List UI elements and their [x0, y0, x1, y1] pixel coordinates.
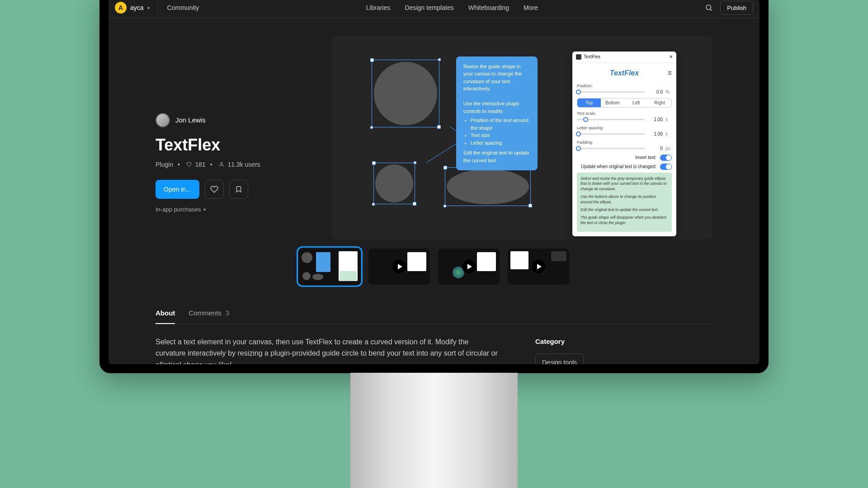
padding-value: 0 [647, 146, 663, 151]
plugin-description: Select a text element in your canvas, th… [156, 336, 499, 364]
thumbnail-2[interactable] [368, 249, 430, 285]
like-button[interactable] [205, 180, 224, 199]
position-value: 0.0 [647, 89, 663, 94]
category-tag[interactable]: Design tools [535, 353, 584, 364]
tab-comments[interactable]: Comments 3 [189, 303, 229, 324]
padding-slider[interactable] [577, 148, 645, 149]
user-name: ayca [130, 4, 144, 11]
invert-label: Invert text: [635, 155, 656, 160]
plugin-window: TextFlex ✕ TextFlex ☰ Position: [572, 52, 676, 236]
update-label: Update when original text is changed: [581, 164, 656, 169]
svg-point-0 [706, 5, 711, 10]
position-label: Position: [577, 84, 672, 88]
bookmark-button[interactable] [229, 180, 248, 199]
svg-point-2 [221, 162, 222, 164]
position-tabs: Top Bottom Left Right [577, 98, 672, 108]
thumbnail-3[interactable] [438, 249, 500, 285]
menu-icon[interactable]: ☰ [668, 70, 672, 75]
plugin-tip: Select and resize the gray temporary gui… [577, 173, 672, 232]
chevron-down-icon: ▾ [147, 5, 150, 10]
hero-preview: Resize the guide shape in your canvas to… [332, 36, 712, 239]
topbar: A ayca ▾ Community Libraries Design temp… [108, 0, 760, 18]
author-name: Jon Lewis [175, 116, 206, 124]
chevron-down-icon: ▾ [203, 207, 206, 212]
padding-label: Padding: [577, 140, 672, 145]
thumbnail-strip [156, 249, 712, 285]
publish-button[interactable]: Publish [720, 1, 753, 15]
spacing-value: 1.00 [647, 131, 663, 136]
category-label: Category [535, 336, 653, 347]
play-icon [462, 260, 476, 273]
plugin-window-title: TextFlex [584, 54, 600, 59]
nav-whiteboarding[interactable]: Whiteboarding [468, 4, 509, 11]
thumbnail-1[interactable] [299, 249, 360, 285]
meta-users: 11.3k users [210, 161, 260, 168]
scale-value: 1.00 [647, 117, 663, 122]
tab-bottom[interactable]: Bottom [601, 99, 624, 107]
meta-type: Plugin [156, 161, 173, 168]
update-toggle[interactable] [660, 164, 672, 170]
plugin-icon [576, 54, 581, 60]
spacing-slider[interactable] [577, 133, 645, 135]
author-avatar [156, 113, 170, 127]
user-avatar: A [115, 2, 127, 14]
search-icon[interactable] [705, 4, 713, 12]
play-icon [532, 260, 545, 273]
user-menu[interactable]: A ayca ▾ [115, 0, 158, 18]
hero-note: Resize the guide shape in your canvas to… [456, 56, 538, 171]
spacing-label: Letter spacing: [577, 126, 672, 130]
tab-right[interactable]: Right [648, 99, 671, 107]
meta-likes: 181 [178, 161, 206, 168]
section-tabs: About Comments 3 [156, 303, 712, 324]
nav-more[interactable]: More [524, 4, 538, 11]
nav-templates[interactable]: Design templates [405, 4, 454, 11]
scale-label: Text scale: [577, 111, 672, 116]
open-in-button[interactable]: Open in... [156, 180, 199, 199]
scale-slider[interactable] [577, 119, 645, 120]
plugin-title: TextFlex [156, 136, 314, 155]
svg-line-1 [711, 9, 712, 10]
tab-top[interactable]: Top [577, 99, 601, 107]
thumbnail-4[interactable] [508, 249, 569, 285]
comments-count: 3 [226, 309, 229, 317]
play-icon [392, 260, 406, 273]
invert-toggle[interactable] [660, 155, 672, 161]
author-link[interactable]: Jon Lewis [156, 113, 314, 127]
position-slider[interactable] [577, 91, 645, 93]
plugin-logo: TextFlex [610, 66, 639, 81]
close-icon[interactable]: ✕ [669, 54, 673, 59]
nav-libraries[interactable]: Libraries [366, 4, 391, 11]
plugin-meta: Plugin 181 11.3k users [156, 161, 314, 168]
nav-community[interactable]: Community [167, 4, 199, 11]
tab-about[interactable]: About [156, 303, 175, 324]
in-app-purchases[interactable]: In-app purchases ▾ [156, 206, 314, 213]
tab-left[interactable]: Left [624, 99, 648, 107]
